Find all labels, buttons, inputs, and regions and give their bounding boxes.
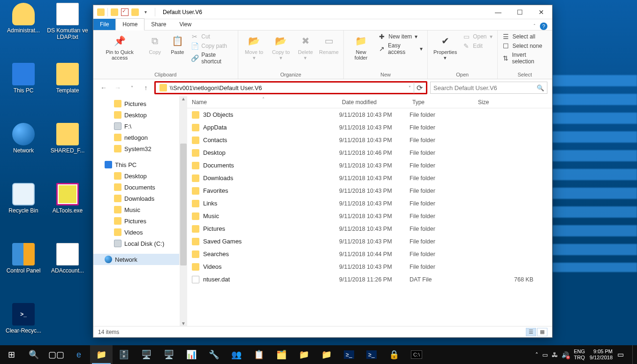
nav-item[interactable]: Pictures xyxy=(93,98,179,109)
desktop-icon[interactable]: DS Komutları ve LDAP.txt xyxy=(47,3,88,48)
taskbar[interactable]: ⊞ 🔍 ▢▢ e 📁 🗄️ 🖥️ 🖥️ 📊 🔧 👥 📋 🗂️ 📁 📁 ≥_ ≥_… xyxy=(0,345,637,364)
pasteshortcut-button[interactable]: 🔗Paste shortcut xyxy=(189,51,235,65)
nav-item[interactable]: Videos xyxy=(93,227,179,238)
nav-item[interactable]: Desktop xyxy=(93,170,179,182)
action-center-icon[interactable]: ▭ xyxy=(617,350,624,359)
refresh-button[interactable]: ⟳ xyxy=(414,82,425,93)
collapse-ribbon-icon[interactable]: ˆ xyxy=(534,24,535,29)
address-dropdown-icon[interactable]: ˅ xyxy=(406,85,414,91)
nav-item[interactable]: Documents xyxy=(93,182,179,193)
address-bar[interactable]: ˅ ⟳ xyxy=(154,81,427,94)
close-button[interactable]: ✕ xyxy=(531,5,552,19)
start-button[interactable]: ⊞ xyxy=(0,345,23,364)
list-item[interactable]: Documents9/11/2018 10:43 PMFile folder xyxy=(187,159,552,172)
nav-item[interactable]: Downloads xyxy=(93,193,179,204)
details-view-button[interactable]: ☰ xyxy=(526,328,536,336)
properties-button[interactable]: ✔Properties▾ xyxy=(431,31,460,71)
nav-item[interactable]: Local Disk (C:) xyxy=(93,238,179,249)
list-item[interactable]: Downloads9/11/2018 10:43 PMFile folder xyxy=(187,172,552,184)
taskbar-cmd[interactable]: C:\ xyxy=(405,345,428,364)
nav-item[interactable]: F:\ xyxy=(93,121,179,132)
system-tray[interactable]: ˄ ▭ 🖧 🔊✕ xyxy=(535,351,569,358)
scroll-thumb[interactable] xyxy=(180,144,187,265)
tab-view[interactable]: View xyxy=(173,19,198,30)
col-date[interactable]: Date modified xyxy=(337,99,408,106)
language-indicator[interactable]: ENG TRQ xyxy=(574,349,585,360)
desktop-icon[interactable]: This PC xyxy=(3,63,44,108)
tab-file[interactable]: File xyxy=(93,19,115,30)
list-item[interactable]: AppData9/11/2018 10:43 PMFile folder xyxy=(187,121,552,134)
tab-share[interactable]: Share xyxy=(144,19,173,30)
list-item[interactable]: Links9/11/2018 10:43 PMFile folder xyxy=(187,197,552,210)
list-item[interactable]: Saved Games9/11/2018 10:43 PMFile folder xyxy=(187,235,552,248)
taskbar-powershell[interactable]: ≥_ xyxy=(338,345,360,364)
newfolder-button[interactable]: 📁New folder xyxy=(347,31,375,71)
tray-overflow-icon[interactable]: ˄ xyxy=(535,351,538,358)
minimize-button[interactable]: — xyxy=(487,5,509,19)
taskbar-powershell-ise[interactable]: ≥_ xyxy=(360,345,383,364)
list-item[interactable]: Contacts9/11/2018 10:43 PMFile folder xyxy=(187,134,552,146)
desktop-icon[interactable]: Recycle Bin xyxy=(3,183,44,228)
nav-item[interactable]: Pictures xyxy=(93,215,179,227)
taskbar-app-3[interactable]: 📊 xyxy=(180,345,203,364)
nav-item[interactable]: Music xyxy=(93,204,179,215)
column-headers[interactable]: Name Date modified Type Size xyxy=(187,96,552,108)
selectall-button[interactable]: ☰Select all xyxy=(500,32,550,41)
list-item[interactable]: ntuser.dat9/11/2018 11:26 PMDAT File768 … xyxy=(187,273,552,286)
nav-item[interactable]: System32 xyxy=(93,143,179,154)
col-name[interactable]: Name xyxy=(187,99,337,106)
up-button[interactable]: ↑ xyxy=(140,82,152,93)
maximize-button[interactable]: ☐ xyxy=(509,5,531,19)
paste-button[interactable]: 📋Paste xyxy=(167,31,188,71)
taskbar-app-8[interactable]: 📁 xyxy=(293,345,315,364)
desktop-icon[interactable]: Administrat... xyxy=(3,3,44,48)
clock[interactable]: 9:05 PM 9/12/2018 xyxy=(590,349,613,360)
help-icon[interactable]: ? xyxy=(540,23,547,30)
qat-properties-icon[interactable] xyxy=(121,8,129,16)
easyaccess-button[interactable]: ↗Easy access ▾ xyxy=(376,42,425,56)
tray-network-icon[interactable]: 🖧 xyxy=(552,351,558,358)
list-item[interactable]: Videos9/11/2018 10:43 PMFile folder xyxy=(187,260,552,273)
taskbar-ie[interactable]: e xyxy=(68,345,90,364)
nav-scrollbar[interactable]: ▲ ▼ xyxy=(180,96,187,326)
nav-item[interactable]: This PC xyxy=(93,159,179,170)
col-size[interactable]: Size xyxy=(473,99,552,106)
list-item[interactable]: 3D Objects9/11/2018 10:43 PMFile folder xyxy=(187,108,552,121)
taskbar-app-1[interactable]: 🖥️ xyxy=(135,345,158,364)
qat-dropdown-icon[interactable]: ▾ xyxy=(142,8,149,16)
list-item[interactable]: Favorites9/11/2018 10:43 PMFile folder xyxy=(187,184,552,197)
icons-view-button[interactable]: ▦ xyxy=(537,328,547,336)
titlebar[interactable]: ▾ Default User.V6 — ☐ ✕ xyxy=(93,5,552,19)
desktop-icon[interactable]: SHARED_F... xyxy=(47,123,88,168)
desktop-icon[interactable]: ADAccount... xyxy=(47,243,88,288)
list-item[interactable]: Music9/11/2018 10:43 PMFile folder xyxy=(187,210,552,222)
desktop-icon[interactable]: >_Clear-Recyc... xyxy=(3,303,44,348)
nav-item[interactable]: Network xyxy=(93,254,179,265)
list-item[interactable]: Desktop9/11/2018 10:46 PMFile folder xyxy=(187,146,552,159)
list-item[interactable]: Searches9/11/2018 10:44 PMFile folder xyxy=(187,248,552,260)
back-button[interactable]: ← xyxy=(98,82,109,93)
taskbar-server-manager[interactable]: 🗄️ xyxy=(113,345,135,364)
taskbar-app-5[interactable]: 👥 xyxy=(225,345,248,364)
search-input[interactable] xyxy=(433,84,537,91)
taskbar-app-7[interactable]: 🗂️ xyxy=(270,345,293,364)
desktop-icon[interactable]: Template xyxy=(47,63,88,108)
search-button[interactable]: 🔍 xyxy=(23,345,45,364)
desktop-icon[interactable]: Control Panel xyxy=(3,243,44,288)
taskbar-app-4[interactable]: 🔧 xyxy=(203,345,225,364)
taskbar-app-10[interactable]: 🔒 xyxy=(383,345,405,364)
qat-newfolder-icon[interactable] xyxy=(131,8,139,16)
desktop-icon[interactable]: ALTools.exe xyxy=(47,183,88,228)
newitem-button[interactable]: ✚New item ▾ xyxy=(376,32,425,41)
taskview-button[interactable]: ▢▢ xyxy=(45,345,68,364)
search-box[interactable]: 🔍 xyxy=(430,82,547,94)
qat-folder-icon[interactable] xyxy=(111,8,118,16)
selectnone-button[interactable]: ☐Select none xyxy=(500,42,550,50)
address-input[interactable] xyxy=(170,83,406,93)
show-desktop-button[interactable] xyxy=(632,345,635,364)
recent-dropdown[interactable]: ˅ xyxy=(126,82,137,93)
nav-item[interactable]: Desktop xyxy=(93,109,179,121)
navigation-pane[interactable]: PicturesDesktopF:\netlogonSystem32This P… xyxy=(93,96,180,265)
invertselection-button[interactable]: ⇅Invert selection xyxy=(500,51,550,65)
tab-home[interactable]: Home xyxy=(115,18,144,30)
